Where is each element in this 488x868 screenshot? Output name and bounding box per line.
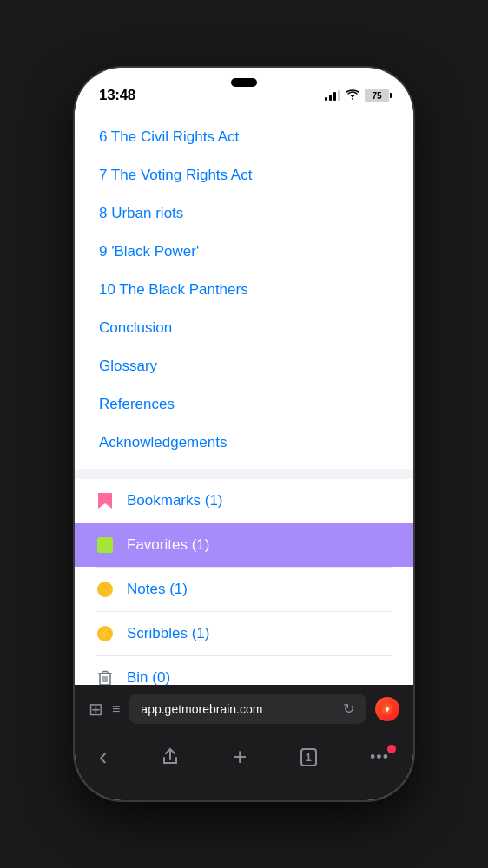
toc-link-7[interactable]: 7 The Voting Rights Act [99, 167, 252, 183]
bookmarks-item[interactable]: Bookmarks (1) [75, 479, 413, 523]
tabs-button[interactable]: 1 [293, 745, 324, 770]
brave-icon[interactable] [375, 697, 399, 721]
toc-link-glossary[interactable]: Glossary [99, 358, 157, 374]
reader-icon[interactable]: ≡ [112, 701, 120, 717]
browser-bar: ⊞ ≡ app.getmorebrain.com ↻ [75, 685, 413, 733]
battery-icon: 75 [365, 89, 389, 102]
favorites-icon [96, 536, 115, 555]
favorites-label: Favorites (1) [127, 536, 209, 554]
scribbles-icon: ⚡ [96, 624, 115, 643]
notes-item[interactable]: Notes (1) [75, 568, 413, 611]
signal-bars-icon [325, 90, 340, 101]
toc-item-8[interactable]: 8 Urban riots [75, 194, 413, 233]
url-bar[interactable]: app.getmorebrain.com ↻ [129, 694, 366, 724]
toc-item-glossary[interactable]: Glossary [75, 347, 413, 385]
toc-link-9[interactable]: 9 'Black Power' [99, 243, 199, 260]
toc-item-10[interactable]: 10 The Black Panthers [75, 271, 413, 309]
status-icons: 75 [325, 89, 389, 102]
scribbles-label: Scribbles (1) [127, 625, 209, 642]
bin-label: Bin (0) [127, 669, 170, 685]
toc-link-8[interactable]: 8 Urban riots [99, 205, 183, 221]
bin-item[interactable]: Bin (0) [75, 656, 413, 685]
tab-counter: 1 [300, 748, 317, 766]
bookmarks-icon [96, 491, 115, 510]
scribbles-item[interactable]: ⚡ Scribbles (1) [75, 612, 413, 655]
toc-link-6[interactable]: 6 The Civil Rights Act [99, 128, 239, 145]
toc-link-conclusion[interactable]: Conclusion [99, 319, 172, 336]
status-time: 13:48 [99, 87, 135, 104]
reload-icon[interactable]: ↻ [343, 700, 354, 717]
svg-point-0 [352, 98, 353, 100]
back-button[interactable]: ‹ [92, 740, 114, 774]
toc-item-references[interactable]: References [75, 385, 413, 424]
favorites-item[interactable]: Favorites (1) [75, 523, 413, 567]
bookmarks-browser-icon[interactable]: ⊞ [89, 699, 103, 720]
toc-section: 6 The Civil Rights Act 7 The Voting Righ… [75, 111, 413, 469]
more-button[interactable]: ••• [363, 745, 396, 770]
dynamic-island [231, 78, 257, 87]
bottom-nav: ‹ + 1 ••• [75, 733, 413, 800]
add-button[interactable]: + [226, 740, 254, 774]
notes-icon [96, 580, 115, 599]
notes-label: Notes (1) [127, 581, 188, 598]
annotations-section: Bookmarks (1) Favorites (1) Notes [75, 479, 413, 685]
phone-frame: 13:48 75 [75, 68, 413, 800]
main-content: 6 The Civil Rights Act 7 The Voting Righ… [75, 111, 413, 685]
phone-screen: 13:48 75 [75, 68, 413, 800]
toc-link-10[interactable]: 10 The Black Panthers [99, 281, 248, 298]
notification-dot [387, 745, 396, 753]
share-button[interactable] [154, 744, 187, 770]
toc-item-conclusion[interactable]: Conclusion [75, 309, 413, 347]
toc-item-9[interactable]: 9 'Black Power' [75, 233, 413, 271]
bin-icon [96, 668, 115, 685]
wifi-icon [346, 89, 359, 102]
status-bar: 13:48 75 [75, 68, 413, 111]
svg-marker-1 [98, 493, 112, 509]
toc-item-6[interactable]: 6 The Civil Rights Act [75, 118, 413, 156]
toc-item-7[interactable]: 7 The Voting Rights Act [75, 156, 413, 194]
toc-link-references[interactable]: References [99, 396, 175, 412]
url-text: app.getmorebrain.com [141, 702, 262, 716]
bookmarks-label: Bookmarks (1) [127, 492, 223, 510]
toc-link-acknowledgements[interactable]: Acknowledgements [99, 434, 227, 450]
toc-item-acknowledgements[interactable]: Acknowledgements [75, 424, 413, 462]
